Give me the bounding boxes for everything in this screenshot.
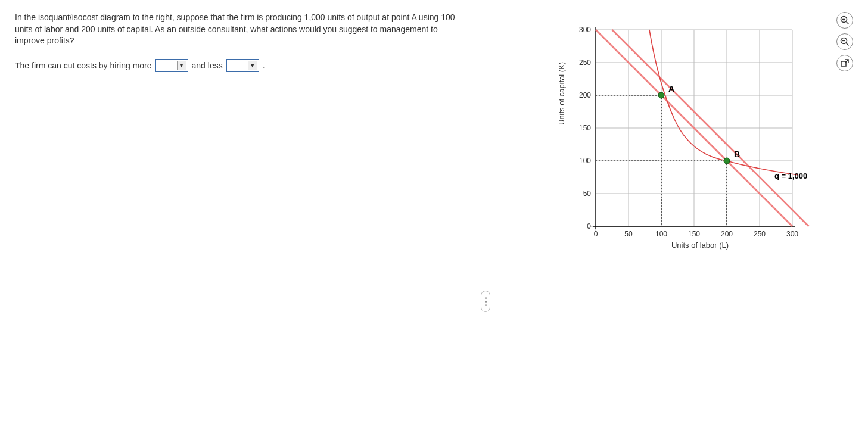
answer-suffix: . <box>263 61 265 70</box>
zoom-in-icon <box>840 15 850 25</box>
ytick-150: 150 <box>579 124 591 132</box>
answer-mid: and less <box>192 61 223 70</box>
drag-handle[interactable] <box>481 291 490 312</box>
y-axis-label: Units of capital (K) <box>557 62 566 125</box>
zoom-out-icon <box>840 37 850 46</box>
chart-controls <box>836 12 853 71</box>
chart-wrapper: Units of capital (K) <box>575 24 831 250</box>
ytick-50: 50 <box>583 189 592 198</box>
xtick-0: 0 <box>594 230 598 238</box>
expand-icon <box>841 59 849 67</box>
xtick-150: 150 <box>688 230 700 238</box>
isoquant-curve <box>649 30 798 175</box>
ytick-100: 100 <box>579 157 591 165</box>
svg-line-1 <box>847 22 849 24</box>
xtick-50: 50 <box>624 230 633 238</box>
isoquant-chart: 0 50 100 150 200 250 300 0 50 100 150 <box>575 24 831 238</box>
xtick-200: 200 <box>721 230 733 238</box>
isoquant-label: q = 1,000 <box>774 172 807 180</box>
ytick-250: 250 <box>579 58 591 67</box>
xtick-100: 100 <box>655 230 667 238</box>
expand-button[interactable] <box>836 55 853 71</box>
chevron-down-icon: ▼ <box>177 61 186 70</box>
divider <box>480 0 491 424</box>
ytick-300: 300 <box>579 26 591 34</box>
point-a <box>658 92 664 98</box>
zoom-in-button[interactable] <box>836 12 853 29</box>
question-panel: In the isoquant/isocost diagram to the r… <box>0 0 480 424</box>
ytick-200: 200 <box>579 91 591 99</box>
xtick-250: 250 <box>754 230 766 238</box>
x-axis-label: Units of labor (L) <box>593 241 807 250</box>
xtick-300: 300 <box>786 230 798 238</box>
dropdown-more[interactable]: ▼ <box>155 59 188 72</box>
dropdown-less[interactable]: ▼ <box>226 59 259 72</box>
answer-prefix: The firm can cut costs by hiring more <box>15 61 152 70</box>
question-paragraph: In the isoquant/isocost diagram to the r… <box>15 12 465 47</box>
answer-line: The firm can cut costs by hiring more ▼ … <box>15 59 465 72</box>
ytick-0: 0 <box>587 222 591 230</box>
chart-panel: Units of capital (K) <box>491 0 868 424</box>
svg-line-5 <box>847 43 849 46</box>
zoom-out-button[interactable] <box>836 33 853 50</box>
point-b <box>724 158 730 164</box>
chevron-down-icon: ▼ <box>248 61 257 70</box>
point-b-label: B <box>734 149 740 159</box>
point-a-label: A <box>668 84 674 93</box>
divider-line <box>486 0 486 424</box>
